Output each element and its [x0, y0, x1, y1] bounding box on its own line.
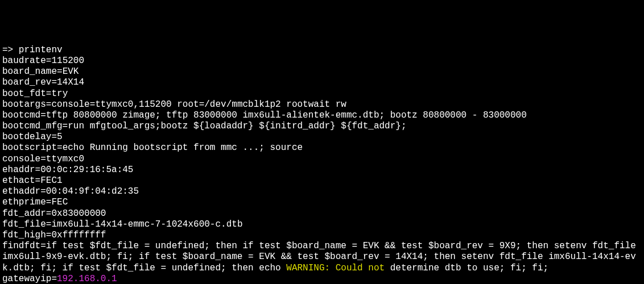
env-line: gatewayip=192.168.0.1	[2, 274, 642, 284]
env-line: ethact=FEC1	[2, 176, 642, 186]
env-line: ethprime=FEC	[2, 197, 642, 208]
env-line: console=ttymxc0	[2, 154, 642, 165]
command-line: => printenv	[2, 45, 642, 56]
env-line: bootscript=echo Running bootscript from …	[2, 143, 642, 153]
env-line: ethaddr=00:04:9f:04:d2:35	[2, 186, 642, 197]
env-line: boot_fdt=try	[2, 89, 642, 99]
warning-text: WARNING:	[286, 263, 330, 273]
env-line: findfdt=if test $fdt_file = undefined; t…	[2, 241, 642, 274]
env-line: bootargs=console=ttymxc0,115200 root=/de…	[2, 99, 642, 110]
env-line: bootdelay=5	[2, 132, 642, 143]
warning-text: Could not	[330, 263, 385, 273]
prompt: =>	[2, 45, 19, 55]
env-line: board_name=EVK	[2, 66, 642, 77]
env-line: fdt_file=imx6ull-14x14-emmc-7-1024x600-c…	[2, 219, 642, 230]
env-line: board_rev=14X14	[2, 77, 642, 88]
env-line: fdt_high=0xffffffff	[2, 230, 642, 241]
env-line: fdt_addr=0x83000000	[2, 208, 642, 219]
terminal-output[interactable]: => printenvbaudrate=115200board_name=EVK…	[2, 45, 642, 284]
command-text: printenv	[19, 45, 63, 55]
env-line: bootcmd_mfg=run mfgtool_args;bootz ${loa…	[2, 121, 642, 132]
env-line: baudrate=115200	[2, 56, 642, 66]
ip-address: 192.168.0.1	[57, 274, 117, 284]
env-line: ehaddr=00:0c:29:16:5a:45	[2, 165, 642, 176]
env-line: bootcmd=tftp 80800000 zimage; tftp 83000…	[2, 110, 642, 121]
